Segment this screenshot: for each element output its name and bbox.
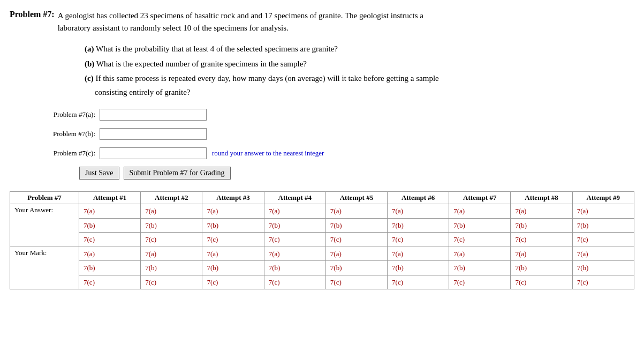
attempt2-answer-a[interactable]: 7(a) <box>141 204 202 219</box>
your-mark-row-1: Your Mark: 7(a) 7(a) 7(a) 7(a) 7(a) 7(a)… <box>10 247 634 261</box>
attempt8-mark-b[interactable]: 7(b) <box>511 261 572 275</box>
attempt7-mark-c[interactable]: 7(c) <box>449 275 511 289</box>
attempt6-answer-b[interactable]: 7(b) <box>388 218 449 233</box>
attempt5-mark-b[interactable]: 7(b) <box>325 261 387 275</box>
problem-header: Problem #7: A geologist has collected 23… <box>10 10 634 34</box>
attempt9-answer-a[interactable]: 7(a) <box>572 204 634 219</box>
attempt7-answer-b[interactable]: 7(b) <box>449 218 511 233</box>
attempt6-mark-b[interactable]: 7(b) <box>388 261 449 275</box>
col-header-6: Attempt #6 <box>388 192 449 204</box>
answer-input-b[interactable] <box>100 128 207 140</box>
attempt8-answer-b[interactable]: 7(b) <box>511 218 572 233</box>
question-a: (a) What is the probability that at leas… <box>85 42 634 56</box>
label-c: Problem #7(c): <box>31 149 95 158</box>
attempt9-answer-b[interactable]: 7(b) <box>572 218 634 233</box>
attempt3-answer-b[interactable]: 7(b) <box>202 218 264 233</box>
attempt4-mark-c[interactable]: 7(c) <box>264 275 325 289</box>
attempt2-answer-b[interactable]: 7(b) <box>141 218 202 233</box>
col-header-0: Problem #7 <box>10 192 79 204</box>
attempt5-answer-a[interactable]: 7(a) <box>325 204 387 219</box>
answer-input-a[interactable] <box>100 109 207 121</box>
attempt4-mark-b[interactable]: 7(b) <box>264 261 325 275</box>
table-header-row: Problem #7 Attempt #1 Attempt #2 Attempt… <box>10 192 634 204</box>
attempt2-answer-c[interactable]: 7(c) <box>141 233 202 247</box>
hint-text: round your answer to the nearest integer <box>212 149 324 158</box>
attempt2-mark-a[interactable]: 7(a) <box>141 247 202 261</box>
sub-questions: (a) What is the probability that at leas… <box>85 42 634 99</box>
attempt6-answer-a[interactable]: 7(a) <box>388 204 449 219</box>
attempt8-answer-a[interactable]: 7(a) <box>511 204 572 219</box>
input-row-b: Problem #7(b): <box>31 128 634 140</box>
attempt4-answer-c[interactable]: 7(c) <box>264 233 325 247</box>
attempt1-mark-a[interactable]: 7(a) <box>79 247 141 261</box>
your-answer-label: Your Answer: <box>10 204 79 247</box>
attempt5-mark-a[interactable]: 7(a) <box>325 247 387 261</box>
attempt4-mark-a[interactable]: 7(a) <box>264 247 325 261</box>
col-header-4: Attempt #4 <box>264 192 325 204</box>
scrollbar[interactable] <box>10 292 634 300</box>
label-a: Problem #7(a): <box>31 110 95 119</box>
attempt5-mark-c[interactable]: 7(c) <box>325 275 387 289</box>
attempt1-mark-c[interactable]: 7(c) <box>79 275 141 289</box>
attempt4-answer-b[interactable]: 7(b) <box>264 218 325 233</box>
label-b: Problem #7(b): <box>31 130 95 138</box>
attempt6-mark-c[interactable]: 7(c) <box>388 275 449 289</box>
col-header-9: Attempt #9 <box>572 192 634 204</box>
attempt4-answer-a[interactable]: 7(a) <box>264 204 325 219</box>
attempt1-answer-b[interactable]: 7(b) <box>79 218 141 233</box>
attempt1-mark-b[interactable]: 7(b) <box>79 261 141 275</box>
attempt2-mark-c[interactable]: 7(c) <box>141 275 202 289</box>
col-header-2: Attempt #2 <box>141 192 202 204</box>
attempt3-mark-b[interactable]: 7(b) <box>202 261 264 275</box>
your-mark-row-3: 7(c) 7(c) 7(c) 7(c) 7(c) 7(c) 7(c) 7(c) … <box>10 275 634 289</box>
submit-button[interactable]: Submit Problem #7 for Grading <box>124 167 231 180</box>
attempt7-mark-b[interactable]: 7(b) <box>449 261 511 275</box>
input-row-c: Problem #7(c): round your answer to the … <box>31 147 634 159</box>
attempt6-mark-a[interactable]: 7(a) <box>388 247 449 261</box>
question-c: (c) If this same process is repeated eve… <box>85 72 634 99</box>
attempt7-answer-c[interactable]: 7(c) <box>449 233 511 247</box>
answer-input-c[interactable] <box>100 147 207 159</box>
attempt2-mark-b[interactable]: 7(b) <box>141 261 202 275</box>
attempt8-answer-c[interactable]: 7(c) <box>511 233 572 247</box>
your-answer-row-2: 7(b) 7(b) 7(b) 7(b) 7(b) 7(b) 7(b) 7(b) … <box>10 218 634 233</box>
problem-label: Problem #7: <box>10 10 55 34</box>
col-header-3: Attempt #3 <box>202 192 264 204</box>
attempt5-answer-b[interactable]: 7(b) <box>325 218 387 233</box>
attempt9-mark-b[interactable]: 7(b) <box>572 261 634 275</box>
your-answer-row-3: 7(c) 7(c) 7(c) 7(c) 7(c) 7(c) 7(c) 7(c) … <box>10 233 634 247</box>
attempt7-mark-a[interactable]: 7(a) <box>449 247 511 261</box>
attempt3-answer-a[interactable]: 7(a) <box>202 204 264 219</box>
attempts-table: Problem #7 Attempt #1 Attempt #2 Attempt… <box>10 191 634 289</box>
attempt9-mark-c[interactable]: 7(c) <box>572 275 634 289</box>
attempt5-answer-c[interactable]: 7(c) <box>325 233 387 247</box>
attempt1-answer-a[interactable]: 7(a) <box>79 204 141 219</box>
your-mark-row-2: 7(b) 7(b) 7(b) 7(b) 7(b) 7(b) 7(b) 7(b) … <box>10 261 634 275</box>
attempt6-answer-c[interactable]: 7(c) <box>388 233 449 247</box>
attempt3-mark-a[interactable]: 7(a) <box>202 247 264 261</box>
col-header-7: Attempt #7 <box>449 192 511 204</box>
attempts-table-container: Problem #7 Attempt #1 Attempt #2 Attempt… <box>10 189 634 289</box>
attempt1-answer-c[interactable]: 7(c) <box>79 233 141 247</box>
your-mark-label: Your Mark: <box>10 247 79 289</box>
attempt3-answer-c[interactable]: 7(c) <box>202 233 264 247</box>
attempt7-answer-a[interactable]: 7(a) <box>449 204 511 219</box>
col-header-5: Attempt #5 <box>325 192 387 204</box>
attempt9-mark-a[interactable]: 7(a) <box>572 247 634 261</box>
save-button[interactable]: Just Save <box>79 167 119 180</box>
input-row-a: Problem #7(a): <box>31 109 634 121</box>
attempt3-mark-c[interactable]: 7(c) <box>202 275 264 289</box>
your-answer-row-1: Your Answer: 7(a) 7(a) 7(a) 7(a) 7(a) 7(… <box>10 204 634 219</box>
button-row: Just Save Submit Problem #7 for Grading <box>79 167 634 180</box>
question-b: (b) What is the expected number of grani… <box>85 57 634 71</box>
problem-description: A geologist has collected 23 specimens o… <box>58 10 423 34</box>
attempt8-mark-a[interactable]: 7(a) <box>511 247 572 261</box>
col-header-1: Attempt #1 <box>79 192 141 204</box>
attempt8-mark-c[interactable]: 7(c) <box>511 275 572 289</box>
col-header-8: Attempt #8 <box>511 192 572 204</box>
attempt9-answer-c[interactable]: 7(c) <box>572 233 634 247</box>
